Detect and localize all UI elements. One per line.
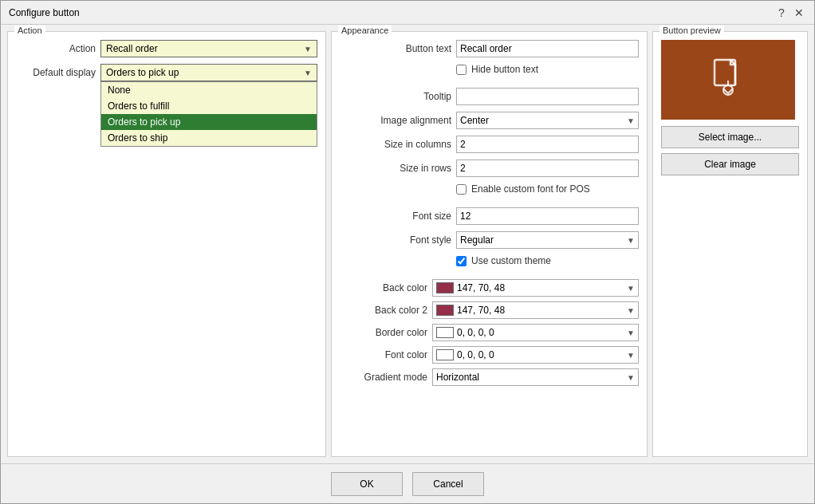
back-color-value: 147, 70, 48 (457, 282, 624, 293)
size-columns-label: Size in columns (340, 139, 451, 150)
border-color-arrow: ▼ (627, 329, 635, 337)
font-color-select[interactable]: 0, 0, 0, 0 ▼ (432, 346, 639, 364)
back-color-select[interactable]: 147, 70, 48 ▼ (432, 279, 639, 297)
ok-button[interactable]: OK (331, 472, 403, 496)
size-columns-input[interactable] (456, 136, 639, 153)
use-custom-theme-label: Use custom theme (471, 255, 551, 266)
dropdown-item-none[interactable]: None (101, 82, 317, 98)
button-preview-area (661, 40, 795, 120)
action-dropdown-wrapper: Recall order ▼ (100, 40, 317, 57)
back-color2-value: 147, 70, 48 (457, 305, 624, 316)
font-color-row: Font color 0, 0, 0, 0 ▼ (348, 346, 639, 364)
button-text-row: Button text (340, 40, 639, 57)
gradient-mode-arrow: ▼ (627, 373, 635, 382)
font-size-input[interactable] (456, 207, 639, 225)
default-display-arrow: ▼ (304, 69, 312, 77)
hide-button-text-label: Hide button text (471, 64, 538, 75)
color-section: Back color 147, 70, 48 ▼ Back color 2 14… (340, 279, 639, 386)
button-text-label: Button text (340, 43, 451, 54)
action-label: Action (16, 43, 96, 54)
font-style-select[interactable]: Regular ▼ (456, 231, 639, 249)
default-display-row: Default display Orders to pick up ▼ None… (16, 64, 317, 81)
action-dropdown[interactable]: Recall order ▼ (100, 40, 317, 57)
image-alignment-arrow: ▼ (627, 116, 635, 125)
tooltip-label: Tooltip (340, 91, 451, 102)
use-custom-theme-checkbox-row: Use custom theme (456, 255, 551, 266)
back-color2-swatch (436, 305, 454, 316)
border-color-swatch (436, 327, 454, 338)
dropdown-item-ship[interactable]: Orders to ship (101, 130, 317, 146)
back-color2-select[interactable]: 147, 70, 48 ▼ (432, 301, 639, 319)
image-alignment-value: Center (460, 115, 489, 126)
action-panel-label: Action (14, 26, 45, 35)
back-color2-row: Back color 2 147, 70, 48 ▼ (348, 301, 639, 319)
font-size-row: Font size (340, 207, 639, 225)
button-preview-label: Button preview (659, 26, 724, 35)
image-alignment-row: Image alignment Center ▼ (340, 112, 639, 129)
title-bar: Configure button ? ✕ (1, 1, 814, 25)
font-style-row: Font style Regular ▼ (340, 231, 639, 249)
close-button[interactable]: ✕ (792, 6, 806, 20)
font-color-arrow: ▼ (627, 351, 635, 360)
size-rows-input[interactable] (456, 159, 639, 177)
action-row: Action Recall order ▼ (16, 40, 317, 57)
hide-button-text-row: Hide button text (340, 64, 639, 81)
use-custom-theme-row: Use custom theme (340, 255, 639, 273)
action-panel: Action Action Recall order ▼ Default dis… (7, 31, 326, 457)
button-text-input[interactable] (456, 40, 639, 57)
border-color-select[interactable]: 0, 0, 0, 0 ▼ (432, 324, 639, 341)
back-color2-arrow: ▼ (627, 306, 635, 315)
image-alignment-label: Image alignment (340, 115, 451, 126)
footer-bar: OK Cancel (1, 463, 814, 503)
use-custom-theme-checkbox[interactable] (456, 256, 467, 266)
default-display-list: None Orders to fulfill Orders to pick up… (100, 81, 317, 147)
enable-custom-font-checkbox[interactable] (456, 184, 467, 195)
tooltip-input[interactable] (456, 88, 639, 105)
size-rows-label: Size in rows (340, 163, 451, 174)
size-rows-row: Size in rows (340, 159, 639, 177)
action-dropdown-arrow: ▼ (304, 45, 312, 53)
font-style-arrow: ▼ (627, 236, 635, 245)
border-color-value: 0, 0, 0, 0 (457, 327, 624, 338)
configure-button-dialog: Configure button ? ✕ Action Action Recal… (0, 0, 815, 504)
font-color-swatch (436, 349, 454, 360)
enable-custom-font-row: Enable custom font for POS (340, 183, 639, 201)
enable-custom-font-checkbox-row: Enable custom font for POS (456, 183, 590, 195)
title-controls: ? ✕ (774, 6, 806, 20)
gradient-mode-select[interactable]: Horizontal ▼ (432, 368, 639, 386)
font-size-label: Font size (340, 211, 451, 222)
font-color-value: 0, 0, 0, 0 (457, 349, 624, 360)
dropdown-item-fulfill[interactable]: Orders to fulfill (101, 98, 317, 114)
tooltip-row: Tooltip (340, 88, 639, 105)
back-color-swatch (436, 282, 454, 293)
font-color-label: Font color (348, 349, 427, 360)
button-preview-panel: Button preview Select image... Clear ima… (652, 31, 808, 457)
hide-button-text-checkbox[interactable] (456, 65, 467, 75)
size-columns-row: Size in columns (340, 136, 639, 153)
default-display-dropdown-wrapper: Orders to pick up ▼ None Orders to fulfi… (100, 64, 317, 81)
select-image-button[interactable]: Select image... (661, 126, 799, 148)
appearance-panel-label: Appearance (338, 26, 392, 35)
border-color-row: Border color 0, 0, 0, 0 ▼ (348, 324, 639, 341)
title-bar-left: Configure button (9, 7, 80, 18)
border-color-label: Border color (348, 327, 427, 338)
appearance-panel: Appearance Button text Hide button text … (331, 31, 648, 457)
preview-icon (708, 57, 748, 104)
default-display-label: Default display (16, 67, 96, 78)
back-color-row: Back color 147, 70, 48 ▼ (348, 279, 639, 297)
clear-image-button[interactable]: Clear image (661, 153, 799, 175)
font-style-value: Regular (460, 234, 494, 246)
back-color-arrow: ▼ (627, 284, 635, 293)
dialog-content: Action Action Recall order ▼ Default dis… (1, 25, 814, 463)
default-display-dropdown[interactable]: Orders to pick up ▼ (100, 64, 317, 81)
cancel-button[interactable]: Cancel (412, 472, 484, 496)
image-alignment-select[interactable]: Center ▼ (456, 112, 639, 129)
dropdown-item-pickup[interactable]: Orders to pick up (101, 114, 317, 130)
default-display-value: Orders to pick up (106, 67, 179, 78)
back-color2-label: Back color 2 (348, 305, 427, 316)
enable-custom-font-label: Enable custom font for POS (471, 183, 590, 195)
hide-button-text-checkbox-row: Hide button text (456, 64, 538, 75)
back-color-label: Back color (348, 282, 427, 293)
action-dropdown-value: Recall order (106, 43, 158, 54)
help-button[interactable]: ? (774, 6, 789, 20)
